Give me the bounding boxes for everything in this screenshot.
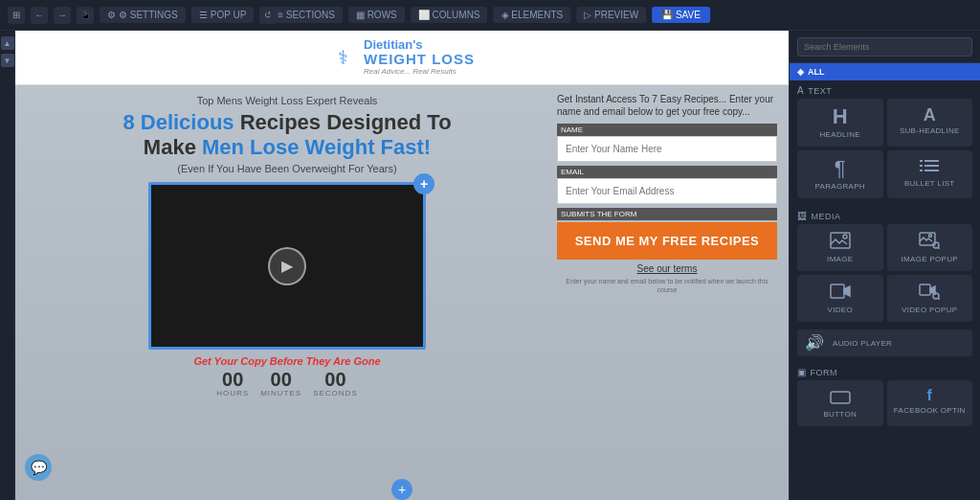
form-section-label: FORM xyxy=(811,368,838,377)
name-input[interactable] xyxy=(557,136,777,162)
elements-button[interactable]: ◈ ELEMENTS xyxy=(494,7,571,23)
email-label-bar: EMAIL xyxy=(557,166,777,178)
image-popup-label: IMAGE POPUP xyxy=(902,255,958,263)
bullet-list-element[interactable]: BULLET LIST xyxy=(887,150,973,198)
sections-button[interactable]: ≡ SECTIONS xyxy=(270,7,343,23)
all-tab-label: ALL xyxy=(808,67,825,77)
tab-all[interactable]: ◈ ALL xyxy=(790,63,980,80)
svg-point-14 xyxy=(933,293,939,299)
back-icon[interactable]: ← xyxy=(31,7,48,24)
svg-rect-12 xyxy=(831,284,844,298)
logo-title: Dietitian's xyxy=(364,38,475,52)
bullet-list-label: BULLET LIST xyxy=(904,179,955,188)
minutes-number: 00 xyxy=(260,370,301,389)
image-popup-icon xyxy=(919,232,940,252)
form-elements-grid: BUTTON f FACEBOOK OPTIN xyxy=(790,380,980,434)
settings-button[interactable]: ⚙ ⚙ SETTINGS xyxy=(100,7,186,23)
preview-button[interactable]: ▷ PREVIEW xyxy=(576,7,646,23)
rows-button[interactable]: ▦ ROWS xyxy=(348,7,405,23)
video-label: VIDEO xyxy=(828,306,853,314)
down-arrow-icon[interactable]: ▼ xyxy=(1,54,14,67)
media-section-header: 🖼 MEDIA xyxy=(790,206,980,224)
text-section-header: A TEXT xyxy=(790,80,980,99)
name-field-group: NAME xyxy=(557,124,777,162)
email-input[interactable] xyxy=(557,178,777,204)
logo-area: ⚕ Dietitian's WEIGHT LOSS Real Advice...… xyxy=(329,38,475,77)
sub-headline-element[interactable]: A SUB-HEADLINE xyxy=(887,99,973,147)
chat-bubble[interactable]: 💬 xyxy=(25,454,52,481)
hours-label: HOURS xyxy=(216,389,249,398)
seconds-unit: 00 SECONDS xyxy=(313,370,358,398)
form-section-icon: ▣ xyxy=(797,367,807,377)
image-icon xyxy=(830,232,851,252)
forward-icon[interactable]: → xyxy=(54,7,71,24)
video-player[interactable]: ▶ + xyxy=(148,182,426,350)
image-label: IMAGE xyxy=(827,255,853,263)
button-icon xyxy=(830,388,851,407)
landing-page-bg: ⚕ Dietitian's WEIGHT LOSS Real Advice...… xyxy=(15,31,789,500)
submit-button[interactable]: SEND ME MY FREE RECIPES xyxy=(557,222,777,260)
bullet-list-icon xyxy=(920,158,939,176)
up-arrow-icon[interactable]: ▲ xyxy=(1,36,14,50)
main-headline: 8 Delicious Recipes Designed To xyxy=(122,110,451,135)
video-popup-element[interactable]: VIDEO POPUP xyxy=(887,275,973,322)
left-panel: ▲ ▼ xyxy=(0,31,15,500)
video-element[interactable]: VIDEO xyxy=(797,275,883,322)
popup-button[interactable]: ☰ POP UP xyxy=(191,7,255,23)
settings-icon: ⚙ xyxy=(107,10,116,20)
email-field-group: EMAIL xyxy=(557,166,777,204)
add-section-button[interactable]: + xyxy=(391,479,412,500)
grid-icon[interactable]: ⊞ xyxy=(8,7,25,24)
text-section-label: TEXT xyxy=(808,86,832,96)
button-element[interactable]: BUTTON xyxy=(797,380,883,426)
svg-line-11 xyxy=(939,248,941,250)
svg-point-7 xyxy=(843,235,847,239)
all-tab-icon: ◈ xyxy=(797,67,804,77)
columns-button[interactable]: ⬜ COLUMNS xyxy=(411,7,488,23)
paragraph-element[interactable]: ¶ PARAGRAPH xyxy=(797,150,883,198)
headline-plain: Recipes Designed To xyxy=(240,110,452,134)
popup-icon: ☰ xyxy=(199,10,208,20)
name-label-bar: NAME xyxy=(557,124,777,136)
audio-player-element[interactable]: 🔊 AUDIO PLAYER xyxy=(797,330,972,356)
sub-headline-label: SUB-HEADLINE xyxy=(900,126,960,135)
image-element[interactable]: IMAGE xyxy=(797,224,883,271)
headline-element[interactable]: H HEADLINE xyxy=(797,99,883,147)
seconds-label: SECONDS xyxy=(313,389,358,398)
mobile-icon[interactable]: 📱 xyxy=(77,7,94,24)
facebook-optin-label: FACEBOOK OPTIN xyxy=(894,406,966,415)
logo-tagline: Real Advice... Real Results xyxy=(364,68,475,77)
video-popup-icon xyxy=(919,283,940,303)
video-icon xyxy=(830,283,851,303)
page-right: Get Instant Access To 7 Easy Recipes... … xyxy=(549,85,789,500)
toolbar-center: ≡ SECTIONS ▦ ROWS ⬜ COLUMNS ◈ ELEMENTS ▷… xyxy=(270,7,710,23)
svg-rect-0 xyxy=(920,160,923,162)
sidebar-search-area xyxy=(790,31,980,63)
facebook-optin-element[interactable]: f FACEBOOK OPTIN xyxy=(887,380,973,426)
video-add-button[interactable]: + xyxy=(413,173,434,194)
paragraph-icon: ¶ xyxy=(835,158,846,179)
minutes-unit: 00 MINUTES xyxy=(260,370,301,398)
canvas-area: ⚕ Dietitian's WEIGHT LOSS Real Advice...… xyxy=(15,31,789,500)
page-header: ⚕ Dietitian's WEIGHT LOSS Real Advice...… xyxy=(15,31,789,85)
button-label: BUTTON xyxy=(823,410,857,419)
toolbar-left: ⊞ ← → 📱 ⚙ ⚙ SETTINGS ☰ POP UP ↺ xyxy=(8,7,277,24)
audio-row: 🔊 AUDIO PLAYER xyxy=(790,330,980,362)
paragraph-label: PARAGRAPH xyxy=(815,182,865,191)
sub-headline: (Even If You Have Been Overweight For Ye… xyxy=(122,163,451,174)
save-button[interactable]: 💾 SAVE xyxy=(652,7,710,23)
see-terms-link[interactable]: See our terms xyxy=(557,263,777,274)
video-play-button[interactable]: ▶ xyxy=(268,247,306,285)
submit-label-bar: SUBMITS THE FORM xyxy=(557,208,777,220)
sub-headline-icon: A xyxy=(924,106,936,124)
audio-player-label: AUDIO PLAYER xyxy=(833,339,892,348)
main-headline-2: Make Men Lose Weight Fast! xyxy=(122,135,451,160)
search-input[interactable] xyxy=(797,37,972,57)
image-popup-element[interactable]: IMAGE POPUP xyxy=(887,224,973,271)
minutes-label: MINUTES xyxy=(260,389,301,398)
right-sidebar: ◈ ALL A TEXT H HEADLINE A SUB-HEADLINE ¶ xyxy=(789,31,980,500)
seconds-number: 00 xyxy=(313,370,358,389)
svg-rect-5 xyxy=(924,170,939,171)
headline2-highlight: Men Lose Weight Fast! xyxy=(202,135,431,159)
audio-icon: 🔊 xyxy=(805,335,824,351)
